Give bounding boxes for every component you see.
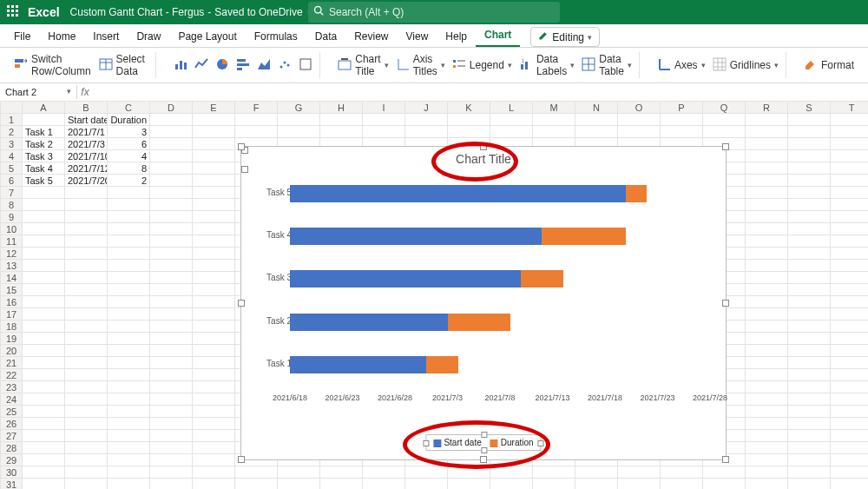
cell[interactable] xyxy=(193,393,235,406)
cell[interactable] xyxy=(108,223,150,235)
bar-segment-start-date[interactable] xyxy=(290,314,448,331)
cell[interactable] xyxy=(746,442,788,454)
cell[interactable] xyxy=(65,406,108,418)
cell[interactable] xyxy=(23,357,65,369)
cell[interactable] xyxy=(23,223,65,235)
fx-icon[interactable]: fx xyxy=(77,86,93,98)
cell[interactable] xyxy=(746,381,788,393)
cell[interactable] xyxy=(746,418,788,430)
cell[interactable] xyxy=(278,126,320,138)
cell[interactable] xyxy=(746,406,788,418)
cell[interactable] xyxy=(746,320,788,333)
cell[interactable] xyxy=(575,479,618,490)
resize-handle[interactable] xyxy=(722,300,729,307)
cell[interactable] xyxy=(150,223,193,235)
cell[interactable] xyxy=(65,454,108,466)
cell[interactable] xyxy=(788,357,831,369)
tab-view[interactable]: View xyxy=(398,25,437,47)
tab-chart[interactable]: Chart xyxy=(476,23,520,47)
tab-file[interactable]: File xyxy=(5,25,39,47)
cell[interactable] xyxy=(108,235,150,248)
area-chart-icon[interactable] xyxy=(257,57,271,74)
cell[interactable] xyxy=(788,479,831,490)
cell[interactable] xyxy=(193,223,235,235)
bar-segment-duration[interactable] xyxy=(521,270,562,287)
cell[interactable] xyxy=(23,479,65,490)
cell[interactable] xyxy=(108,284,150,296)
cell[interactable] xyxy=(746,466,788,479)
cell[interactable] xyxy=(150,260,193,272)
tab-page-layout[interactable]: Page Layout xyxy=(169,25,245,47)
cell[interactable] xyxy=(193,345,235,357)
cell[interactable] xyxy=(65,418,108,430)
cell[interactable] xyxy=(788,393,831,406)
cell[interactable] xyxy=(23,248,65,260)
row-header[interactable]: 29 xyxy=(1,454,23,466)
cell[interactable] xyxy=(108,211,150,223)
cell[interactable] xyxy=(746,138,788,150)
cell[interactable] xyxy=(65,260,108,272)
cell[interactable] xyxy=(235,466,278,479)
cell[interactable] xyxy=(65,442,108,454)
axis-titles-button[interactable]: Axis Titles▾ xyxy=(396,53,445,77)
row-header[interactable]: 20 xyxy=(1,345,23,357)
cell[interactable] xyxy=(278,466,320,479)
cell[interactable] xyxy=(65,345,108,357)
format-button[interactable]: Format xyxy=(804,57,854,74)
cell[interactable] xyxy=(448,479,490,490)
cell[interactable] xyxy=(788,345,831,357)
cell[interactable]: 2021/7/3 xyxy=(65,138,108,150)
cell[interactable] xyxy=(23,454,65,466)
cell[interactable] xyxy=(150,454,193,466)
cell[interactable] xyxy=(788,235,831,248)
cell[interactable] xyxy=(788,369,831,381)
bar-segment-duration[interactable] xyxy=(426,356,457,373)
cell[interactable] xyxy=(831,430,869,442)
cell[interactable] xyxy=(788,454,831,466)
cell[interactable] xyxy=(150,418,193,430)
cell[interactable] xyxy=(65,333,108,345)
cell[interactable] xyxy=(746,369,788,381)
bar-segment-duration[interactable] xyxy=(448,314,511,331)
cell[interactable] xyxy=(788,126,831,138)
cell[interactable] xyxy=(831,162,869,175)
cell[interactable] xyxy=(150,406,193,418)
cell[interactable] xyxy=(831,333,869,345)
cell[interactable] xyxy=(448,466,490,479)
more-charts-icon[interactable] xyxy=(299,57,312,74)
cell[interactable] xyxy=(831,418,869,430)
bar-segment-start-date[interactable] xyxy=(290,356,426,373)
cell[interactable] xyxy=(108,187,150,199)
cell[interactable] xyxy=(831,211,869,223)
cell[interactable] xyxy=(108,406,150,418)
row-header[interactable]: 12 xyxy=(1,248,23,260)
bar-segment-duration[interactable] xyxy=(542,228,626,245)
cell[interactable] xyxy=(788,114,831,126)
cell[interactable] xyxy=(533,466,575,479)
cell[interactable] xyxy=(788,320,831,333)
cell[interactable] xyxy=(746,430,788,442)
tab-data[interactable]: Data xyxy=(306,25,345,47)
cell[interactable] xyxy=(831,150,869,162)
row-header[interactable]: 2 xyxy=(1,126,23,138)
cell[interactable] xyxy=(193,284,235,296)
resize-handle[interactable] xyxy=(722,456,729,463)
cell[interactable] xyxy=(193,150,235,162)
bar-segment-duration[interactable] xyxy=(626,185,647,202)
cell[interactable] xyxy=(193,248,235,260)
resize-handle[interactable] xyxy=(538,440,544,446)
column-header[interactable]: Q xyxy=(703,102,746,114)
cell[interactable] xyxy=(831,454,869,466)
cell[interactable] xyxy=(831,393,869,406)
cell[interactable] xyxy=(65,393,108,406)
cell[interactable] xyxy=(193,126,235,138)
cell[interactable] xyxy=(23,272,65,284)
cell[interactable] xyxy=(193,199,235,211)
cell[interactable] xyxy=(108,357,150,369)
cell[interactable]: 2021/7/10 xyxy=(65,150,108,162)
cell[interactable] xyxy=(831,369,869,381)
cell[interactable] xyxy=(363,126,405,138)
cell[interactable] xyxy=(23,308,65,320)
cell[interactable] xyxy=(150,114,193,126)
cell[interactable] xyxy=(65,430,108,442)
